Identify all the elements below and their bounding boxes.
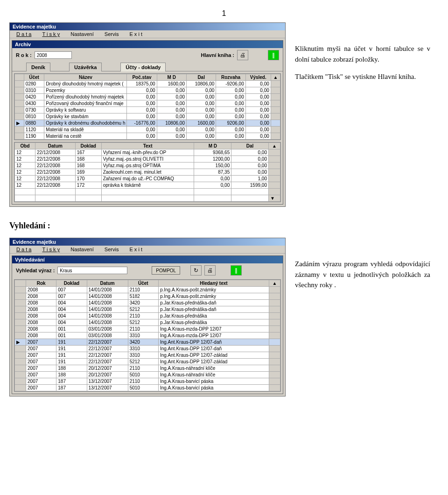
scrollbar-up-icon[interactable]: ▲ (269, 280, 280, 287)
table-row[interactable]: 1222/12/2008168Vyřaz.maj.-ps.stroj OLIVE… (15, 156, 280, 163)
col-datum: Datum (35, 143, 76, 149)
archive-titlebar: Archiv (12, 41, 283, 48)
app-titlebar-2: Evidence majetku (10, 238, 285, 246)
col-rozvaha: Rozvaha (216, 74, 245, 81)
table-row[interactable]: 0280Drobný dlouhodobý hmotný majetek (18… (15, 81, 280, 87)
table-row-empty: ▼ (15, 195, 280, 202)
col-text: Text (101, 143, 194, 149)
table-row[interactable]: 200718820/12/20072110Ing.A.Kraus-náhradn… (15, 365, 280, 372)
search-label: Vyhledat výraz : (16, 268, 55, 273)
col-ucet: Účet (128, 280, 158, 287)
table-row[interactable]: 200800103/01/20082110Ing.A.Kraus-mzda-DP… (15, 326, 280, 332)
table-row[interactable]: 200719122/12/20075212Ing.Ant.Kraus-DPP 1… (15, 359, 280, 365)
search-toolbar: Vyhledat výraz : POMPOL ↻ 🖨 ‖ (12, 263, 283, 277)
col-dal2: Dal (231, 143, 269, 149)
desc2-p1: Zadáním výrazu program vyhledá odpovídaj… (295, 259, 430, 290)
menu-nastaveni[interactable]: Nastavení (66, 31, 98, 37)
sub-window-search: Vyhledávání Vyhledat výraz : POMPOL ↻ 🖨 … (12, 255, 283, 394)
col-doklad: Doklad (56, 280, 87, 287)
app-titlebar: Evidence majetku (10, 23, 285, 30)
app-window-search: Evidence majetku D a t a T i s k y Nasta… (9, 238, 286, 396)
app-menubar-2: D a t a T i s k y Nastavení Servis E x i… (10, 246, 285, 254)
table-row[interactable]: 200718713/12/20072110Ing.A.Kraus-barvicí… (15, 378, 280, 385)
description-search: Zadáním výrazu program vyhledá odpovídaj… (295, 238, 430, 297)
table-row[interactable]: 1222/12/2008168Vyřaz.maj.-ps.stroj OPTIM… (15, 163, 280, 169)
menu-servis[interactable]: Servis (100, 247, 124, 252)
section-search: Evidence majetku D a t a T i s k y Nasta… (9, 238, 439, 396)
menu-data[interactable]: D a t a (12, 247, 36, 252)
scrollbar-up-icon[interactable]: ▲ (268, 143, 280, 149)
menu-nastaveni[interactable]: Nastavení (66, 247, 98, 252)
col-poc: Poč.stav (127, 74, 157, 81)
refresh-icon[interactable]: ↻ (190, 265, 202, 276)
table-row[interactable]: 200718820/12/20075010Ing.A.Kraus-náhradn… (15, 372, 280, 378)
tab-ucty-doklady[interactable]: Účty - doklady (120, 63, 166, 71)
rok-label: R o k : (16, 52, 32, 58)
table-row[interactable]: 1222/12/2008170Zařazení maj.do už.-PC CO… (15, 176, 280, 182)
description-archive: Kliknutím myši na účet v horní tabulce s… (295, 22, 430, 89)
table-row[interactable]: 200719122/12/20073310Ing.Ant.Kraus-DPP 1… (15, 346, 280, 352)
entries-grid[interactable]: Obd Datum Doklad Text M D Dal ▲ 1222/12/… (14, 142, 281, 202)
tab-denik[interactable]: Deník (26, 63, 50, 71)
table-row[interactable]: 200800103/01/20083310Ing.A.Kraus-mzda-DP… (15, 332, 280, 339)
search-input[interactable] (57, 267, 127, 274)
table-row[interactable]: 0730Oprávky k softwaru0,000,000,000,000,… (15, 107, 280, 113)
close-icon[interactable]: ‖ (231, 265, 242, 276)
table-row[interactable]: 200718713/12/20075010Ing.A.Kraus-barvicí… (15, 385, 280, 391)
col-vysled: Výsled. (245, 74, 271, 81)
table-row[interactable]: 200800414/01/20083420p.Jar.Kraus-přednáš… (15, 300, 280, 306)
table-row[interactable]: 200800714/01/20085182p.Ing.A.Kraus-pošt.… (15, 293, 280, 300)
table-row[interactable]: ▶0880Oprávky k drobnému dlouhodobému h-1… (15, 120, 280, 127)
col-rok: Rok (26, 280, 56, 287)
table-row[interactable]: ▶200719122/12/20073420Ing.Ant.Kraus-DPP … (15, 339, 280, 346)
col-md2: M D (194, 143, 231, 149)
table-row-empty (15, 189, 280, 195)
table-row[interactable]: 1222/12/2008169Zaokrouhl.cen maj. minul.… (15, 169, 280, 176)
table-row[interactable]: 200800414/01/20085212p.Jar.Kraus-přednáš… (15, 319, 280, 326)
col-md: M D (157, 74, 186, 81)
table-row[interactable]: 0420Pořízený dlouhodobý hmotný majetek0,… (15, 94, 280, 100)
hlavni-kniha-label: Hlavní kniha : (201, 52, 234, 58)
table-row[interactable]: 1222/12/2008172oprávka k tiskárně0,00159… (15, 182, 280, 189)
col-obd: Obd (15, 143, 35, 149)
menu-servis[interactable]: Servis (100, 31, 124, 37)
menu-exit[interactable]: E x i t (125, 247, 147, 252)
scrollbar-up-icon[interactable]: ▲ (271, 74, 280, 81)
menu-exit[interactable]: E x i t (125, 31, 147, 37)
col-dal: Dal (186, 74, 216, 81)
table-row[interactable]: 200800414/01/20085212p.Jar.Kraus-přednáš… (15, 306, 280, 313)
menu-tisky[interactable]: T i s k y (37, 31, 64, 37)
menu-data[interactable]: D a t a (12, 31, 36, 37)
table-row[interactable]: 200800714/01/20082110p.Ing.A.Kraus-pošt.… (15, 287, 280, 293)
section-archive: Evidence majetku D a t a T i s k y Nasta… (9, 22, 439, 207)
rok-combo[interactable] (35, 51, 72, 59)
search-titlebar: Vyhledávání (12, 256, 283, 263)
menu-tisky[interactable]: T i s k y (37, 247, 64, 252)
col-ucet: Účet (24, 74, 44, 81)
search-grid[interactable]: Rok Doklad Datum Účet Hledaný text ▲ 200… (14, 279, 281, 392)
table-row[interactable]: 200719122/12/20073310Ing.Ant.Kraus-DPP 1… (15, 352, 280, 359)
tab-uzaverka[interactable]: Uzávěrka (69, 63, 102, 71)
app-menubar: D a t a T i s k y Nastavení Servis E x i… (10, 30, 285, 38)
sub-window-archive: Archiv R o k : Hlavní kniha : 🖨 ‖ Deník … (12, 40, 283, 205)
col-datum: Datum (87, 280, 128, 287)
print-icon[interactable]: 🖨 (204, 265, 216, 276)
col-hledany-text: Hledaný text (158, 280, 269, 287)
page-number: 1 (9, 9, 439, 18)
section-heading-search: Vyhledání : (9, 221, 439, 231)
print-icon[interactable]: 🖨 (237, 50, 248, 60)
table-row[interactable]: 0310Pozemky0,000,000,000,000,00 (15, 87, 280, 94)
accounts-grid[interactable]: Účet Název Poč.stav M D Dal Rozvaha Výsl… (14, 73, 281, 140)
table-row[interactable]: 1190Materiál na cestě0,000,000,000,000,0… (15, 133, 280, 140)
pompol-button[interactable]: POMPOL (152, 266, 180, 275)
table-row[interactable]: 1222/12/2008167Vyřazení maj.-knih-přev.d… (15, 149, 280, 156)
desc-p2: Tlačítkem "Tisk" se vytiskne Hlavní knih… (295, 71, 430, 82)
table-row[interactable]: 0430Pořizovaný dlouhodobý finanční maje0… (15, 100, 280, 107)
archive-tabs: Deník Uzávěrka Účty - doklady (12, 62, 283, 71)
col-nazev: Název (44, 74, 127, 81)
desc-p1: Kliknutím myši na účet v horní tabulce s… (295, 43, 430, 64)
table-row[interactable]: 1120Materiál na skladě0,000,000,000,000,… (15, 127, 280, 133)
close-icon[interactable]: ‖ (268, 50, 279, 60)
table-row[interactable]: 200800414/01/20082110p.Jar.Kraus-přednáš… (15, 313, 280, 319)
table-row[interactable]: 0810Oprávky ke stavbám0,000,000,000,000,… (15, 113, 280, 120)
